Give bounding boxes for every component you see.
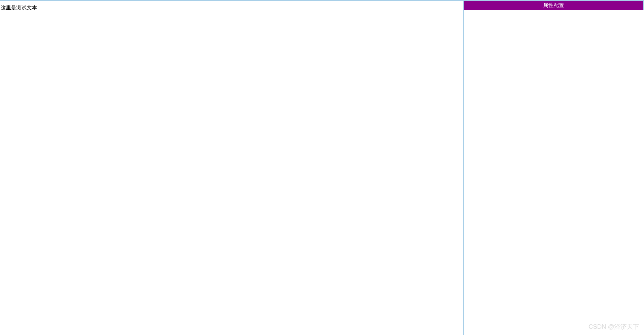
properties-panel-body[interactable] (464, 10, 644, 335)
test-text-label: 这里是测试文本 (1, 4, 37, 11)
properties-panel-header: 属性配置 (464, 1, 644, 10)
app-container: 这里是测试文本 属性配置 (0, 0, 644, 335)
properties-panel: 属性配置 (464, 0, 644, 335)
main-panel[interactable]: 这里是测试文本 (0, 0, 464, 335)
